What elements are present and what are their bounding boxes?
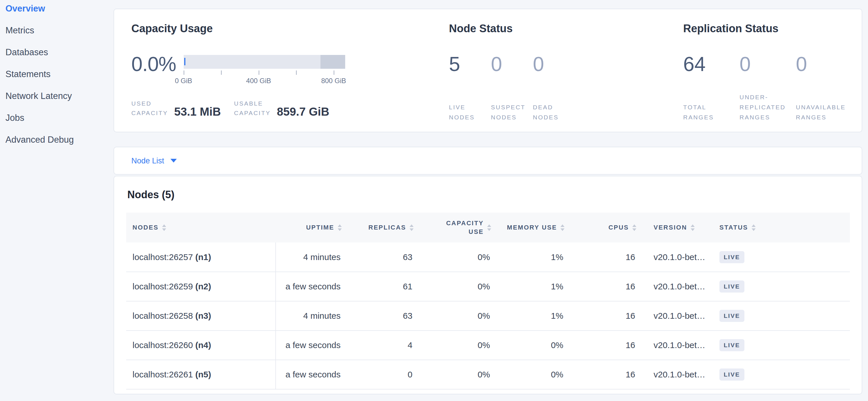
- capacity-stat-value: 53.1 MiB: [174, 106, 221, 118]
- cell-capacity_use: 0%: [419, 331, 497, 360]
- sidebar-item-databases[interactable]: Databases: [5, 47, 113, 58]
- capacity-stat-label: USED CAPACITY: [131, 99, 170, 118]
- capacity-stats: USED CAPACITY53.1 MiBUSABLE CAPACITY859.…: [131, 99, 449, 118]
- cell-uptime: 4 minutes: [276, 242, 347, 272]
- node-list-dropdown[interactable]: Node List: [131, 156, 177, 165]
- cell-status: LIVE: [709, 242, 850, 272]
- sidebar-item-metrics[interactable]: Metrics: [5, 25, 113, 36]
- capacity-stat-value: 859.7 GiB: [277, 106, 329, 118]
- sidebar-item-network-latency[interactable]: Network Latency: [5, 90, 113, 102]
- column-header-uptime[interactable]: UPTIME: [276, 212, 347, 242]
- summary-stat-value: 5: [449, 53, 491, 75]
- sort-icon[interactable]: [752, 224, 755, 231]
- cell-cpus: 16: [570, 272, 642, 301]
- summary-stat-label: UNAVAILABLE RANGES: [796, 102, 852, 122]
- sort-icon[interactable]: [487, 224, 491, 231]
- capacity-stat-label: USABLE CAPACITY: [234, 99, 273, 118]
- column-header-cpus[interactable]: CPUS: [570, 212, 642, 242]
- cell-replicas: 4: [347, 331, 419, 360]
- sidebar-item-advanced-debug[interactable]: Advanced Debug: [5, 134, 113, 146]
- sort-ascending-icon: [632, 224, 636, 227]
- sort-ascending-icon: [409, 224, 413, 227]
- table-row[interactable]: localhost:26257 (n1)4 minutes630%1%16v20…: [126, 242, 850, 272]
- cell-cpus: 16: [570, 242, 642, 272]
- cell-version: v20.1.0-bet…: [642, 360, 709, 389]
- table-row[interactable]: localhost:26258 (n3)4 minutes630%1%16v20…: [126, 301, 850, 331]
- sort-icon[interactable]: [409, 224, 413, 231]
- status-badge: LIVE: [719, 310, 744, 322]
- summary-stat-label: DEAD NODES: [533, 102, 575, 122]
- view-selector-card: Node List: [114, 147, 862, 175]
- column-header-node[interactable]: NODES: [126, 212, 276, 242]
- cell-node: localhost:26260 (n4): [126, 331, 276, 360]
- cell-version: v20.1.0-bet…: [642, 301, 709, 331]
- column-header-capacity_use[interactable]: CAPACITY USE: [419, 212, 497, 242]
- sort-descending-icon: [338, 228, 342, 231]
- gauge-axis-tick: [259, 70, 259, 75]
- sort-ascending-icon: [338, 224, 342, 227]
- column-header-label: VERSION: [654, 224, 687, 231]
- cell-capacity_use: 0%: [419, 242, 497, 272]
- sort-ascending-icon: [162, 224, 166, 227]
- node-id: (n1): [195, 252, 211, 262]
- nodes-table-card: Nodes (5) NODESUPTIMEREPLICASCAPACITY US…: [114, 176, 862, 394]
- summary-stat-label: TOTAL RANGES: [683, 102, 740, 122]
- sort-icon[interactable]: [162, 224, 166, 231]
- sort-icon[interactable]: [560, 224, 564, 231]
- replication-status-stats: 64TOTAL RANGES0UNDER-REPLICATED RANGES0U…: [683, 53, 862, 122]
- node-id: (n2): [195, 282, 211, 291]
- sidebar-item-overview[interactable]: Overview: [5, 3, 113, 15]
- capacity-stat: USED CAPACITY53.1 MiB: [131, 99, 221, 118]
- cell-capacity_use: 0%: [419, 360, 497, 389]
- gauge-axis-tick-label: 0 GiB: [175, 77, 192, 85]
- capacity-gauge: 0 GiB400 GiB800 GiB: [184, 55, 345, 85]
- node-status-title: Node Status: [449, 22, 683, 35]
- cell-version: v20.1.0-bet…: [642, 331, 709, 360]
- sidebar-nav: OverviewMetricsDatabasesStatementsNetwor…: [0, 0, 113, 401]
- summary-stat-value: 0: [491, 53, 533, 75]
- capacity-gauge-remainder-segment: [320, 55, 345, 69]
- table-row[interactable]: localhost:26260 (n4)a few seconds40%0%16…: [126, 331, 850, 360]
- node-id: (n4): [195, 340, 211, 350]
- cell-replicas: 61: [347, 272, 419, 301]
- summary-stat-label: SUSPECT NODES: [491, 102, 533, 122]
- sort-ascending-icon: [752, 224, 755, 227]
- cell-memory_use: 1%: [497, 242, 570, 272]
- cell-replicas: 0: [347, 360, 419, 389]
- node-list-dropdown-label: Node List: [131, 156, 164, 165]
- column-header-replicas[interactable]: REPLICAS: [347, 212, 419, 242]
- column-header-status[interactable]: STATUS: [709, 212, 850, 242]
- summary-stat: 5LIVE NODES: [449, 53, 491, 122]
- column-header-memory_use[interactable]: MEMORY USE: [497, 212, 570, 242]
- summary-stat: 0UNAVAILABLE RANGES: [796, 53, 852, 122]
- capacity-used-percent: 0.0%: [131, 53, 176, 85]
- cell-uptime: a few seconds: [276, 272, 347, 301]
- sort-icon[interactable]: [338, 224, 342, 231]
- cell-replicas: 63: [347, 242, 419, 272]
- cell-version: v20.1.0-bet…: [642, 272, 709, 301]
- summary-stat: 0SUSPECT NODES: [491, 53, 533, 122]
- cell-cpus: 16: [570, 331, 642, 360]
- table-row[interactable]: localhost:26261 (n5)a few seconds00%0%16…: [126, 360, 850, 389]
- capacity-stat: USABLE CAPACITY859.7 GiB: [234, 99, 329, 118]
- capacity-gauge-used-indicator: [184, 58, 185, 65]
- column-header-version[interactable]: VERSION: [642, 212, 709, 242]
- gauge-axis-tick: [334, 70, 334, 75]
- cell-replicas: 63: [347, 301, 419, 331]
- sidebar-item-jobs[interactable]: Jobs: [5, 112, 113, 124]
- status-badge: LIVE: [719, 251, 744, 263]
- table-row[interactable]: localhost:26259 (n2)a few seconds610%1%1…: [126, 272, 850, 301]
- column-header-label: STATUS: [719, 224, 748, 231]
- sort-icon[interactable]: [691, 224, 695, 231]
- nodes-table-title: Nodes (5): [127, 189, 850, 201]
- gauge-axis-tick: [296, 70, 297, 75]
- node-status-stats: 5LIVE NODES0SUSPECT NODES0DEAD NODES: [449, 53, 683, 122]
- sidebar-item-statements[interactable]: Statements: [5, 68, 113, 80]
- cell-cpus: 16: [570, 301, 642, 331]
- gauge-axis-tick: [221, 70, 222, 75]
- node-host: localhost:26258: [132, 311, 195, 320]
- sort-icon[interactable]: [632, 224, 636, 231]
- column-header-label: REPLICAS: [369, 224, 406, 231]
- status-badge: LIVE: [719, 281, 744, 292]
- cell-status: LIVE: [709, 331, 850, 360]
